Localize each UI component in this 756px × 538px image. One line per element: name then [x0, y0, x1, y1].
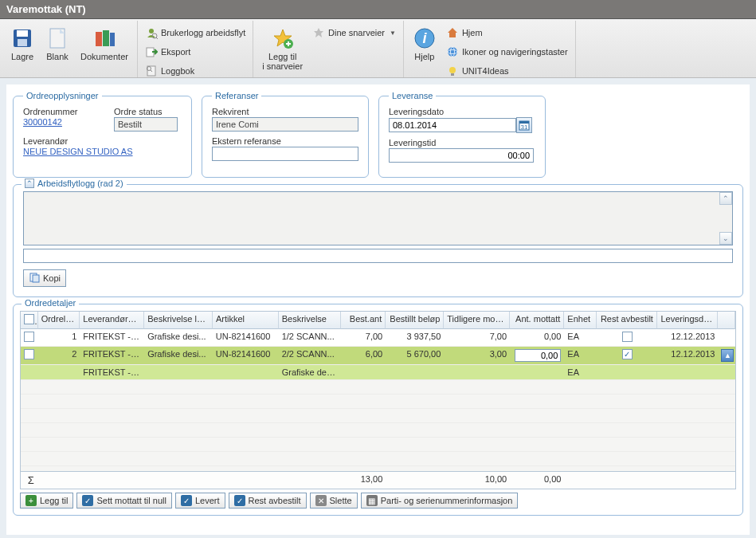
rest-checkbox[interactable] [622, 349, 633, 359]
table-row[interactable]: 1 FRITEKST - N... Grafiske desi... UN-82… [21, 329, 735, 347]
setzero-label: Sett mottatt til null [96, 496, 166, 505]
documents-label: Dokumenter [80, 52, 128, 61]
delivered-label: Levert [195, 496, 220, 505]
export-button[interactable]: Eksport [141, 43, 249, 61]
ordernum-label: Ordrenummer [23, 107, 103, 116]
lightbulb-icon [446, 65, 459, 77]
orderdetails-legend: Ordredetaljer [25, 298, 76, 308]
col-order-amount[interactable]: Bestillt beløp [386, 312, 444, 329]
main-toolbar: Lagre Blank Dokumenter Brukerlogg arbeid… [0, 19, 756, 78]
cell-line: 2 [38, 347, 80, 364]
globe-icon [446, 45, 459, 58]
logbook-button[interactable]: Loggbok [141, 62, 249, 80]
icons-nav-link[interactable]: Ikoner og navigeringstaster [442, 43, 572, 61]
check-icon: ✓ [82, 495, 93, 506]
supplier-link[interactable]: NEUE DESIGN STUDIO AS [23, 147, 133, 156]
row-checkbox[interactable] [24, 332, 34, 342]
cell-supplier-article: FRITEKST - N... [80, 329, 144, 346]
references-panel: Referanser Rekvirent Ekstern referanse [202, 91, 369, 178]
extref-input[interactable] [212, 147, 358, 161]
userlog-label: Brukerlogg arbeidsflyt [161, 28, 245, 37]
add-row-button[interactable]: +Legg til [20, 493, 73, 509]
table-subrow: FRITEKST - NE... Grafiske desig... EA [21, 365, 735, 380]
workflow-input[interactable] [23, 249, 733, 263]
col-unit[interactable]: Enhet [564, 312, 597, 329]
collapse-icon[interactable]: ⌃ [25, 179, 34, 188]
row-checkbox[interactable] [24, 349, 34, 359]
cell-unit: EA [564, 329, 597, 346]
your-shortcuts-dropdown[interactable]: Dine snarveier ▼ [308, 24, 400, 41]
col-article[interactable]: Artikkel [213, 312, 279, 329]
col-description[interactable]: Beskrivelse [279, 312, 341, 329]
workflow-log-textarea[interactable]: ⌃ ⌄ [23, 191, 733, 245]
cell-order-qty: 6,00 [341, 347, 386, 364]
unit4ideas-link[interactable]: UNIT4Ideas [442, 62, 572, 80]
cell-delivery-date: 12.12.2013 [657, 347, 718, 364]
blank-button[interactable]: Blank [40, 22, 75, 64]
save-button[interactable]: Lagre [5, 22, 40, 64]
requisitioner-label: Rekvirent [212, 107, 358, 116]
scroll-down-button[interactable]: ⌄ [719, 232, 732, 245]
col-order-qty[interactable]: Best.ant [341, 312, 386, 329]
references-legend: Referanser [212, 91, 261, 100]
blank-icon [45, 26, 69, 50]
col-supplier-article[interactable]: Leverandørar... [80, 312, 144, 329]
userlog-workflow-button[interactable]: Brukerlogg arbeidsflyt [141, 24, 249, 41]
col-supplier-desc[interactable]: Beskrivelse le... [144, 312, 213, 329]
sum-order-qty: 13,00 [341, 472, 386, 489]
col-orderline[interactable]: Ordrelinje [38, 312, 80, 329]
set-received-zero-button[interactable]: ✓Sett mottatt til null [76, 493, 171, 509]
workflow-legend: Arbeidsflytlogg (rad 2) [37, 179, 123, 188]
col-rest-cancelled[interactable]: Rest avbestilt [597, 312, 657, 329]
qty-received-input[interactable] [515, 349, 561, 362]
delivdate-label: Leveringsdato [389, 107, 535, 116]
sum-qty-received: 0,00 [510, 472, 564, 489]
star-icon [312, 26, 325, 39]
cell-description: 1/2 SCANN... [279, 329, 341, 346]
svg-rect-1 [17, 30, 28, 37]
help-label: Hjelp [414, 52, 434, 61]
home-link[interactable]: Hjem [442, 24, 572, 41]
header-checkbox[interactable] [21, 312, 38, 329]
help-button[interactable]: i Hjelp [407, 22, 442, 64]
scroll-up-button[interactable]: ⌃ [719, 192, 732, 205]
window-title: Varemottak (NT) [0, 0, 756, 19]
home-icon [446, 26, 459, 39]
calendar-icon[interactable]: 31 [516, 117, 532, 133]
help-icon: i [413, 26, 437, 50]
copy-button[interactable]: Kopi [23, 269, 66, 287]
sigma-icon: Σ [21, 472, 38, 489]
orderstatus-field [114, 117, 178, 132]
delivtime-input[interactable] [389, 148, 534, 163]
save-label: Lagre [11, 52, 33, 61]
rest-cancelled-button[interactable]: ✓Rest avbestilt [229, 493, 307, 509]
col-prev-received[interactable]: Tidligere mott... [444, 312, 510, 329]
svg-point-26 [449, 67, 456, 73]
supplier-label: Leverandør [23, 136, 182, 146]
collapse-row-icon[interactable]: ▲ [721, 349, 734, 362]
add-label: Legg til [40, 496, 68, 505]
documents-button[interactable]: Dokumenter [75, 22, 134, 64]
col-qty-received[interactable]: Ant. mottatt [510, 312, 564, 329]
table-row[interactable]: 2 FRITEKST - N... Grafiske desi... UN-82… [21, 347, 735, 365]
delivered-button[interactable]: ✓Levert [175, 493, 225, 509]
cell-order-qty: 7,00 [341, 329, 386, 346]
ordernum-link[interactable]: 30000142 [23, 117, 62, 127]
svg-rect-32 [33, 275, 39, 282]
delivdate-input[interactable] [389, 118, 516, 132]
cell-order-amount: 3 937,50 [386, 329, 444, 346]
cell-line: 1 [38, 329, 80, 346]
svg-rect-27 [451, 73, 454, 76]
add-shortcut-label1: Legg til [268, 52, 296, 61]
svg-text:31: 31 [521, 124, 528, 131]
add-shortcut-button[interactable]: Legg til i snarveier [257, 22, 308, 73]
icons-nav-label: Ikoner og navigeringstaster [462, 47, 568, 57]
cell-unit: EA [564, 347, 597, 364]
userlog-icon [145, 26, 158, 39]
svg-marker-19 [314, 28, 323, 37]
delete-button[interactable]: ✕Slette [310, 493, 358, 509]
rest-checkbox[interactable] [622, 332, 633, 342]
svg-rect-5 [96, 32, 102, 46]
batch-serial-button[interactable]: ▦Parti- og serienummerinformasjon [361, 493, 519, 509]
col-delivery-date[interactable]: Leveringsdato [657, 312, 718, 329]
